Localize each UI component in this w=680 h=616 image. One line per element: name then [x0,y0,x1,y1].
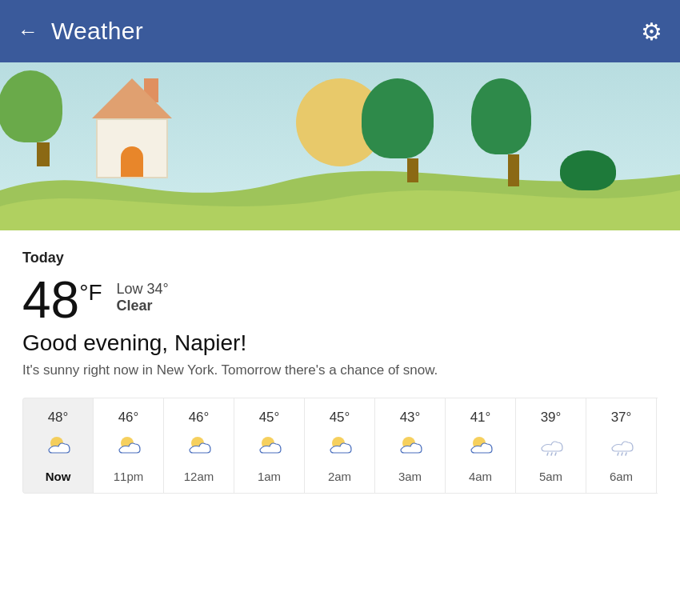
hourly-temp: 43° [400,410,421,426]
hourly-time: 12am [184,470,214,483]
today-label: Today [22,250,658,266]
temp-low: Low 34° [117,281,169,298]
main-content: Today 48°F Low 34° Clear Good evening, N… [0,230,680,510]
hourly-time: 6am [610,470,633,483]
weather-description: It's sunny right now in New York. Tomorr… [22,362,658,378]
tree-mid [392,78,434,182]
hourly-item[interactable]: 46° 12am [163,398,234,494]
gear-icon[interactable]: ⚙ [641,18,662,46]
hourly-weather-icon [255,434,284,462]
hourly-time: Now [46,470,71,483]
hourly-temp: 45° [330,410,350,426]
hourly-item[interactable]: 37° 6am [586,398,656,494]
hourly-item[interactable]: 41° 4am [445,398,515,494]
hourly-scroll[interactable]: 48° Now 46° 11pm 46° 12am 45° 1am 45 [22,398,658,494]
svg-line-7 [547,453,548,455]
hourly-temp: 37° [611,410,632,426]
hourly-item[interactable]: 39° 5am [515,398,586,494]
hourly-time: 11pm [114,470,144,483]
temp-condition: Clear [117,298,169,314]
back-icon[interactable]: ← [18,19,38,44]
hourly-temp: 46° [118,410,139,426]
hourly-time: 1am [258,470,281,483]
hourly-item[interactable]: 45° 1am [234,398,304,494]
svg-line-11 [622,453,622,455]
hourly-item[interactable]: 36° 7am [656,398,658,494]
svg-line-10 [618,453,618,455]
house-illustration [96,118,168,178]
tree-right [496,78,531,186]
hourly-weather-icon [114,434,143,462]
hourly-time: 4am [469,470,492,483]
hourly-item[interactable]: 45° 2am [304,398,374,494]
svg-line-12 [626,453,626,455]
greeting-text: Good evening, Napier! [22,330,658,356]
svg-line-8 [551,453,552,455]
hourly-weather-icon [537,434,566,462]
current-temperature: 48°F [22,274,102,326]
hourly-temp: 41° [470,410,491,426]
page-title: Weather [51,18,143,45]
tree-left [24,70,62,166]
hourly-temp: 39° [541,410,562,426]
hourly-temp: 46° [189,410,210,426]
header-left: ← Weather [18,18,143,45]
hourly-temp: 45° [259,410,280,426]
hourly-item[interactable]: 46° 11pm [93,398,163,494]
hourly-weather-icon [185,434,214,462]
app-header: ← Weather ⚙ [0,0,680,62]
hourly-temp: 48° [48,410,69,426]
bush-illustration [560,150,616,190]
hourly-weather-icon [607,434,636,462]
svg-line-9 [555,453,556,455]
hourly-weather-icon [466,434,495,462]
temperature-row: 48°F Low 34° Clear [22,274,658,326]
hourly-time: 2am [328,470,351,483]
hourly-item[interactable]: 48° Now [22,398,93,494]
hourly-time: 3am [398,470,422,483]
hourly-weather-icon [396,434,425,462]
hourly-time: 5am [539,470,562,483]
hourly-row: 48° Now 46° 11pm 46° 12am 45° 1am 45 [22,398,658,494]
hourly-weather-icon [326,434,354,462]
hourly-item[interactable]: 43° 3am [374,398,445,494]
weather-illustration [0,62,680,230]
temp-details: Low 34° Clear [117,274,169,314]
hourly-weather-icon [44,434,73,462]
